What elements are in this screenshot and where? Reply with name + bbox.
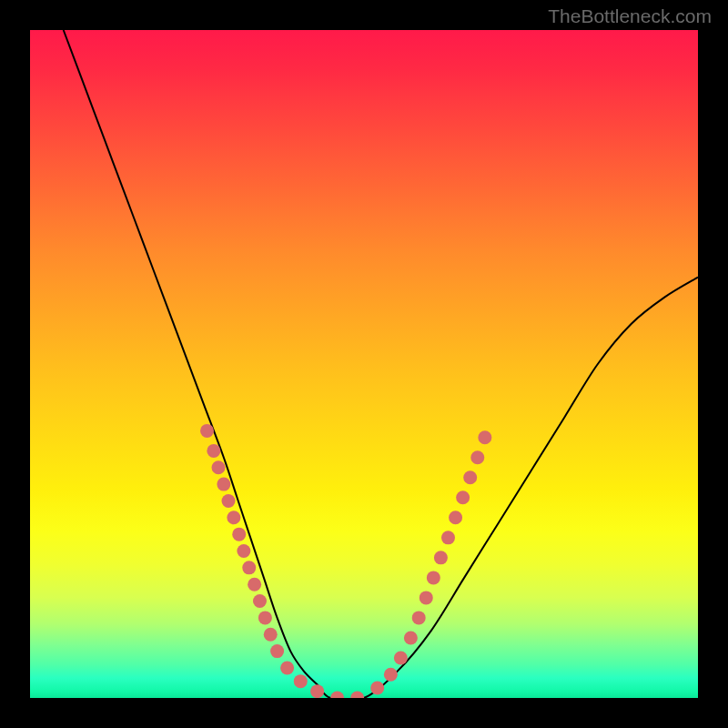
data-marker: [420, 591, 433, 604]
data-marker: [370, 681, 384, 694]
marker-group: [200, 424, 491, 698]
data-marker: [200, 424, 214, 438]
data-marker: [280, 661, 294, 674]
data-marker: [463, 470, 477, 484]
chart-plot-area: [30, 30, 698, 698]
data-marker: [258, 611, 272, 624]
watermark-text: TheBottleneck.com: [548, 5, 712, 27]
data-marker: [221, 494, 235, 508]
bottleneck-curve: [64, 30, 698, 698]
data-marker: [427, 571, 440, 584]
data-marker: [330, 692, 344, 699]
data-marker: [253, 594, 267, 608]
data-marker: [207, 444, 220, 458]
data-marker: [227, 511, 240, 524]
data-marker: [270, 644, 284, 658]
data-marker: [449, 511, 462, 524]
data-marker: [217, 478, 230, 491]
data-marker: [310, 684, 324, 698]
data-marker: [456, 490, 470, 504]
data-marker: [394, 651, 408, 664]
data-marker: [232, 528, 246, 541]
data-marker: [478, 430, 491, 444]
data-marker: [434, 551, 448, 564]
data-marker: [350, 692, 364, 699]
data-marker: [294, 674, 308, 688]
data-marker: [248, 578, 261, 592]
data-marker: [470, 450, 484, 464]
data-marker: [384, 668, 398, 682]
chart-svg: [30, 30, 698, 698]
data-marker: [242, 561, 256, 574]
data-marker: [441, 531, 455, 544]
data-marker: [404, 631, 418, 644]
data-marker: [412, 611, 426, 624]
data-marker: [211, 460, 225, 474]
data-marker: [264, 628, 278, 642]
data-marker: [237, 544, 250, 558]
